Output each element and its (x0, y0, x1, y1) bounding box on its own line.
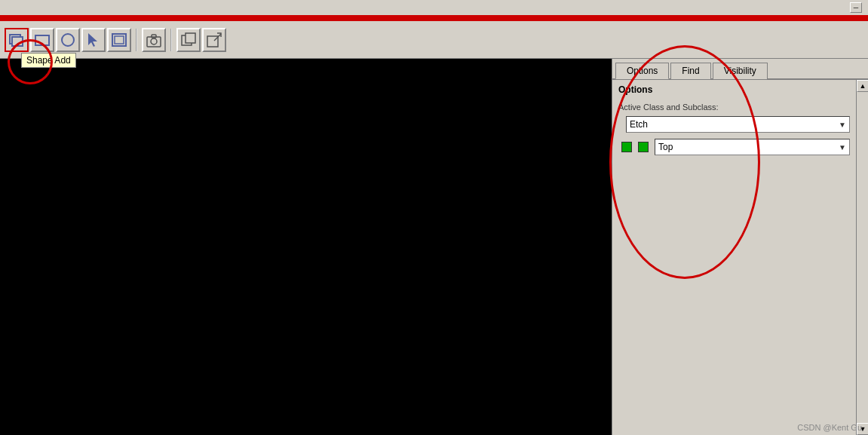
shape-add-button[interactable] (5, 28, 29, 52)
svg-marker-4 (88, 33, 97, 47)
subclass-dropdown-row: Top ▼ (621, 139, 850, 155)
main-area: Options Find Visibility Options Active C… (0, 59, 868, 435)
active-class-label: Active Class and Subclass: (618, 103, 850, 112)
circle-tool-button[interactable] (56, 28, 80, 52)
shape-add-tooltip: Shape Add (21, 53, 76, 68)
svg-rect-9 (152, 35, 156, 38)
copy-icon (180, 32, 197, 48)
toolbar-separator-1 (136, 29, 137, 51)
scrollbar-track (857, 92, 868, 423)
circle-icon (60, 32, 76, 48)
panel-body: Options Active Class and Subclass: Etch … (612, 80, 856, 435)
svg-rect-1 (12, 37, 23, 46)
panel-section-title: Options (618, 84, 850, 95)
class-dropdown[interactable]: Etch ▼ (626, 116, 850, 133)
export-icon (206, 32, 222, 48)
class-dropdown-value: Etch (630, 119, 648, 130)
title-bar-controls: ─ (850, 2, 862, 13)
minimize-button[interactable]: ─ (850, 2, 862, 13)
svg-point-3 (62, 34, 74, 46)
select-icon (85, 32, 102, 48)
tab-visibility[interactable]: Visibility (713, 63, 768, 79)
toolbar-separator-2 (170, 29, 172, 51)
shape-add-icon (8, 32, 25, 48)
tab-options[interactable]: Options (615, 63, 669, 79)
subclass-dropdown[interactable]: Top ▼ (655, 139, 850, 155)
title-bar: ─ (0, 0, 868, 15)
class-dropdown-arrow: ▼ (839, 121, 846, 129)
canvas-area[interactable] (0, 59, 612, 435)
camera-tool-button[interactable] (142, 28, 166, 52)
rect-icon (34, 32, 51, 48)
select-tool-button[interactable] (81, 28, 106, 52)
right-panel: Options Find Visibility Options Active C… (612, 59, 868, 435)
red-accent-bar (0, 15, 868, 21)
svg-rect-11 (186, 33, 195, 43)
panel-tabs: Options Find Visibility (612, 59, 868, 80)
class-dropdown-row: Etch ▼ (626, 116, 850, 133)
subclass-dropdown-arrow: ▼ (839, 143, 846, 152)
camera-icon (146, 32, 162, 48)
scrollbar-up-button[interactable]: ▲ (857, 80, 868, 92)
svg-rect-2 (35, 35, 49, 45)
rect-tool-button[interactable] (30, 28, 54, 52)
copy-tool-button[interactable] (176, 28, 201, 52)
panel-inner: Options Active Class and Subclass: Etch … (612, 80, 868, 435)
frame-tool-button[interactable] (107, 28, 131, 52)
panel-scrollbar[interactable]: ▲ ▼ (856, 80, 868, 435)
toolbar: Shape Add (0, 21, 868, 59)
svg-rect-6 (115, 36, 124, 44)
subclass-color-swatch-2 (638, 142, 649, 152)
export-tool-button[interactable] (202, 28, 226, 52)
watermark: CSDN @Kent Gu (797, 423, 862, 432)
svg-point-8 (151, 38, 157, 44)
frame-icon (111, 32, 127, 48)
subclass-dropdown-value: Top (658, 142, 673, 152)
subclass-color-swatch (621, 142, 632, 152)
tab-find[interactable]: Find (670, 63, 710, 79)
